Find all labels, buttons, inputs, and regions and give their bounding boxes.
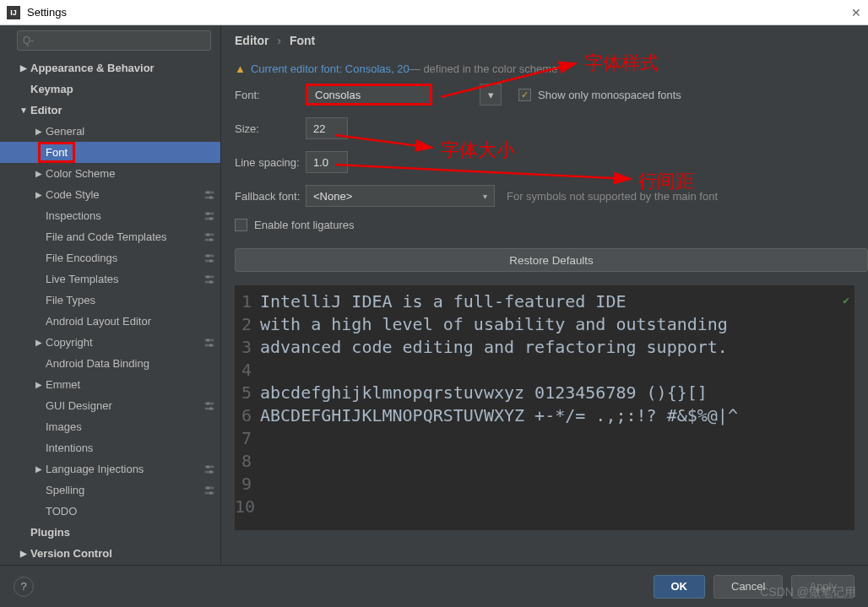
tree-arrow-icon: ▶ <box>19 63 29 73</box>
preview-line: 6ABCDEFGHIJKLMNOPQRSTUVWXYZ +-*/= .,;:!?… <box>235 404 854 427</box>
sidebar-item-general[interactable]: ▶General <box>0 121 220 142</box>
chevron-down-icon: ▾ <box>483 192 487 201</box>
sidebar-item-label: Appearance & Behavior <box>30 62 215 74</box>
tree-arrow-icon: ▶ <box>34 464 44 474</box>
line-number: 4 <box>235 359 260 382</box>
sidebar-item-label: TODO <box>46 505 215 518</box>
search-input[interactable] <box>17 30 211 51</box>
preview-line: 1IntelliJ IDEA is a full-featured IDE <box>235 290 854 313</box>
sidebar-item-appearance-behavior[interactable]: ▶Appearance & Behavior <box>0 57 220 79</box>
font-dropdown-arrow-icon[interactable]: ▾ <box>480 84 502 106</box>
mono-checkbox[interactable]: ✓ <box>518 89 531 101</box>
sidebar-item-editor[interactable]: ▼Editor <box>0 100 220 121</box>
sidebar-item-label: File Types <box>46 294 215 306</box>
svg-point-35 <box>209 491 213 495</box>
sidebar-item-android-data-binding[interactable]: Android Data Binding <box>0 353 220 374</box>
sidebar-item-plugins[interactable]: Plugins <box>0 522 220 543</box>
scope-icon <box>203 274 215 285</box>
sidebar-item-code-style[interactable]: ▶Code Style <box>0 184 220 205</box>
settings-tree[interactable]: ▶Appearance & BehaviorKeymap▼Editor▶Gene… <box>0 56 220 565</box>
sidebar-item-color-scheme[interactable]: ▶Color Scheme <box>0 163 220 184</box>
tree-arrow-icon: ▶ <box>34 190 44 199</box>
sidebar-item-label: Spelling <box>46 484 203 496</box>
sidebar-item-font[interactable]: Font <box>0 142 220 163</box>
sidebar-item-label: Font <box>41 144 73 160</box>
preview-text: abcdefghijklmnopqrstuvwxyz 0123456789 ()… <box>260 382 708 404</box>
sidebar-item-label: File Encodings <box>46 252 203 264</box>
close-icon[interactable]: ✕ <box>851 6 861 19</box>
dialog-footer: ? OK Cancel Apply <box>0 565 868 607</box>
tree-arrow-icon: ▶ <box>34 169 44 178</box>
sidebar-item-version-control[interactable]: ▶Version Control <box>0 543 220 564</box>
svg-point-15 <box>209 259 213 263</box>
warning-row: ▲ Current editor font: Consolas, 20 — de… <box>221 59 868 84</box>
sidebar-item-file-types[interactable]: File Types <box>0 290 220 311</box>
line-number: 6 <box>235 404 260 427</box>
sidebar-item-android-layout-editor[interactable]: Android Layout Editor <box>0 311 220 332</box>
sidebar-item-spelling[interactable]: Spelling <box>0 480 220 501</box>
line-number: 2 <box>235 313 260 336</box>
ligatures-label: Enable font ligatures <box>254 219 355 231</box>
sidebar-item-copyright[interactable]: ▶Copyright <box>0 332 220 353</box>
svg-point-6 <box>207 212 210 215</box>
scope-icon <box>203 400 215 412</box>
spacing-label: Line spacing: <box>235 156 306 169</box>
help-button[interactable]: ? <box>14 577 34 597</box>
sidebar-item-file-and-code-templates[interactable]: File and Code Templates <box>0 226 220 247</box>
svg-point-26 <box>207 402 210 405</box>
sidebar-item-emmet[interactable]: ▶Emmet <box>0 374 220 395</box>
scope-icon <box>203 231 215 243</box>
ok-button[interactable]: OK <box>654 575 706 599</box>
sidebar-item-intentions[interactable]: Intentions <box>0 437 220 458</box>
svg-point-23 <box>209 344 213 347</box>
spacing-input[interactable] <box>306 151 348 173</box>
font-input[interactable] <box>306 84 432 106</box>
line-number: 10 <box>235 496 260 518</box>
breadcrumb-font: Font <box>290 34 315 47</box>
svg-point-11 <box>209 238 213 241</box>
sidebar-item-keymap[interactable]: Keymap <box>0 79 220 100</box>
sidebar-item-label: Code Style <box>46 188 203 201</box>
breadcrumb: Editor › Font <box>221 25 868 59</box>
sidebar-item-label: Emmet <box>46 378 215 391</box>
tree-arrow-icon: ▶ <box>34 380 44 389</box>
mono-label: Show only monospaced fonts <box>538 89 681 101</box>
preview-text: with a high level of usability and outst… <box>260 313 728 336</box>
scope-icon <box>203 463 215 475</box>
sidebar-item-label: Editor <box>30 104 215 117</box>
current-font-link[interactable]: Current editor font: Consolas, 20 <box>251 62 410 75</box>
sidebar-item-label: Inspections <box>46 209 203 222</box>
sidebar-item-live-templates[interactable]: Live Templates <box>0 268 220 290</box>
preview-line: 3advanced code editing and refactoring s… <box>235 336 854 359</box>
preview-line: 9 <box>235 473 854 496</box>
breadcrumb-editor[interactable]: Editor <box>235 34 269 47</box>
sidebar-item-file-encodings[interactable]: File Encodings <box>0 247 220 268</box>
preview-text: ABCDEFGHIJKLMNOPQRSTUVWXYZ +-*/= .,;:!? … <box>260 404 738 427</box>
svg-point-19 <box>209 280 213 284</box>
fallback-label: Fallback font: <box>235 190 306 203</box>
font-preview: ✔ 1IntelliJ IDEA is a full-featured IDE2… <box>235 285 854 530</box>
sidebar-item-language-injections[interactable]: ▶Language Injections <box>0 458 220 480</box>
line-number: 7 <box>235 427 260 450</box>
sidebar-item-inspections[interactable]: Inspections <box>0 205 220 226</box>
svg-point-34 <box>207 486 210 490</box>
fallback-dropdown[interactable]: <None> ▾ <box>306 185 495 207</box>
sidebar-item-label: Android Data Binding <box>46 357 215 370</box>
settings-sidebar: ▶Appearance & BehaviorKeymap▼Editor▶Gene… <box>0 25 221 565</box>
svg-point-18 <box>207 275 210 279</box>
sidebar-item-images[interactable]: Images <box>0 416 220 437</box>
size-input[interactable] <box>306 117 348 139</box>
restore-defaults-button[interactable]: Restore Defaults <box>235 248 868 272</box>
ligatures-checkbox[interactable] <box>235 219 247 231</box>
preview-line: 2with a high level of usability and outs… <box>235 313 854 336</box>
scope-icon <box>203 189 215 201</box>
fallback-hint: For symbols not supported by the main fo… <box>507 190 718 203</box>
svg-point-2 <box>207 191 210 194</box>
sidebar-item-todo[interactable]: TODO <box>0 501 220 522</box>
check-icon: ✔ <box>843 289 849 312</box>
sidebar-item-label: Android Layout Editor <box>46 315 215 328</box>
sidebar-item-gui-designer[interactable]: GUI Designer <box>0 395 220 416</box>
size-label: Size: <box>235 122 306 135</box>
scope-icon <box>203 210 215 222</box>
font-label: Font: <box>235 89 306 101</box>
